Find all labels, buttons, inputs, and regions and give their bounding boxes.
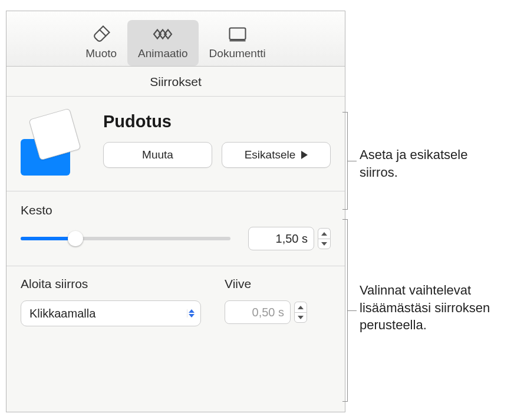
inspector-panel: Muoto Animaatio Dokumentti Siirrokset (6, 11, 345, 412)
start-popup[interactable]: Klikkaamalla (21, 300, 201, 326)
delay-stepper[interactable] (294, 302, 307, 323)
duration-block: Kesto (6, 191, 345, 266)
duration-label: Kesto (21, 203, 331, 217)
svg-rect-0 (229, 28, 245, 40)
callout-bottom: Valinnat vaihtelevat lisäämästäsi siirro… (360, 282, 507, 334)
transition-info: Pudotus Muuta Esikatsele (103, 112, 331, 168)
tab-animation[interactable]: Animaatio (127, 20, 199, 66)
document-icon (227, 24, 248, 45)
change-button-label: Muuta (142, 148, 173, 161)
chevrons-icon (187, 309, 196, 318)
tab-document-label: Dokumentti (209, 47, 266, 60)
callout-top: Aseta ja esikatsele siirros. (360, 146, 507, 181)
play-icon (301, 151, 308, 159)
duration-slider[interactable] (21, 232, 230, 246)
delay-label: Viive (225, 277, 331, 291)
stepper-down-icon[interactable] (318, 239, 331, 249)
duration-stepper[interactable] (318, 228, 331, 249)
preview-button-label: Esikatsele (245, 148, 296, 161)
transition-thumbnail (21, 112, 89, 176)
stage: Muoto Animaatio Dokumentti Siirrokset (0, 0, 514, 420)
tab-animation-label: Animaatio (138, 47, 188, 60)
tab-format-label: Muoto (85, 47, 117, 60)
stepper-up-icon[interactable] (294, 302, 307, 312)
change-button[interactable]: Muuta (103, 142, 212, 168)
delay-column: Viive (225, 277, 331, 326)
tab-bar: Muoto Animaatio Dokumentti (6, 11, 345, 67)
callout-line (347, 310, 357, 311)
duration-input[interactable] (248, 227, 314, 250)
start-popup-value: Klikkaamalla (29, 307, 187, 320)
stepper-down-icon[interactable] (294, 312, 307, 323)
start-column: Aloita siirros Klikkaamalla (21, 277, 201, 326)
transition-name: Pudotus (103, 112, 331, 131)
start-label: Aloita siirros (21, 277, 201, 291)
duration-field (248, 227, 331, 250)
duration-row (21, 227, 331, 250)
delay-input[interactable] (225, 300, 291, 324)
transition-block: Pudotus Muuta Esikatsele (6, 97, 345, 191)
start-delay-block: Aloita siirros Klikkaamalla Viive (6, 266, 345, 340)
preview-button[interactable]: Esikatsele (222, 142, 331, 168)
diamonds-icon (152, 24, 173, 45)
section-title: Siirrokset (6, 67, 345, 97)
callout-line (347, 161, 357, 161)
transition-buttons: Muuta Esikatsele (103, 142, 331, 168)
paintbrush-icon (91, 24, 112, 45)
tab-format[interactable]: Muoto (75, 20, 127, 66)
tab-document[interactable]: Dokumentti (199, 20, 276, 66)
stepper-up-icon[interactable] (318, 228, 331, 239)
